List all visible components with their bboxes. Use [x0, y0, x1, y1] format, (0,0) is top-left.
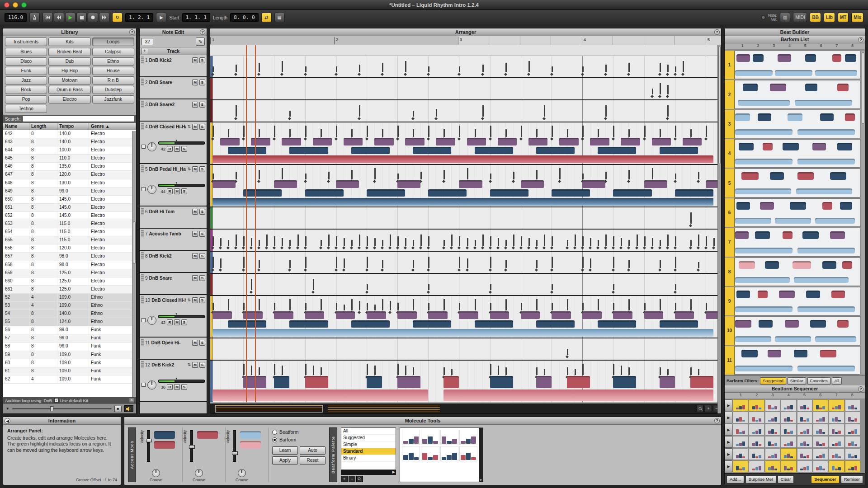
note-stem[interactable]: [359, 301, 360, 310]
note-stem[interactable]: [212, 303, 214, 310]
track-row-5[interactable]: 5DnB Pedal Hi_Hat⇅MS▼44RMS: [140, 164, 207, 206]
molecule-block[interactable]: [344, 138, 363, 145]
barform-block[interactable]: [783, 143, 799, 150]
barform-block[interactable]: [779, 291, 795, 298]
note-stem[interactable]: [413, 299, 414, 310]
arranger-track-lane-6[interactable]: [210, 207, 721, 230]
note-stem[interactable]: [552, 126, 553, 137]
velocity-slider[interactable]: ▼: [158, 380, 205, 383]
sequencer-cell[interactable]: [829, 436, 844, 448]
note-stem[interactable]: [367, 303, 368, 310]
palette-add-icon[interactable]: +: [341, 476, 348, 482]
molecule-block[interactable]: [467, 138, 486, 145]
note-stem[interactable]: [498, 238, 499, 246]
note-stem[interactable]: [544, 235, 545, 246]
note-stem[interactable]: [374, 305, 376, 310]
sequencer-cell[interactable]: [781, 448, 796, 460]
barform-block[interactable]: [735, 231, 749, 239]
note-stem[interactable]: [397, 364, 399, 375]
note-stem[interactable]: [297, 235, 299, 246]
back-arrow-icon[interactable]: ◀: [5, 418, 10, 424]
sequencer-cell[interactable]: [797, 399, 812, 411]
barform-block[interactable]: [842, 261, 852, 269]
table-row[interactable]: 6468135.0Electro: [3, 163, 136, 171]
sequencer-cell[interactable]: [829, 412, 844, 423]
note-stem[interactable]: [613, 126, 614, 137]
barform-block[interactable]: [788, 113, 802, 121]
sequencer-cell[interactable]: [845, 448, 860, 460]
solo-button[interactable]: S: [199, 253, 205, 259]
note-stem[interactable]: [282, 366, 283, 375]
note-stem[interactable]: [552, 284, 553, 290]
note-stem[interactable]: [305, 364, 307, 375]
note-stem[interactable]: [236, 65, 237, 72]
note-stem[interactable]: [289, 129, 291, 137]
note-stem[interactable]: [644, 126, 646, 137]
m-button[interactable]: M: [174, 384, 180, 390]
palette-item-standard[interactable]: Standard: [341, 448, 396, 455]
note-stem[interactable]: [451, 235, 453, 246]
note-stem[interactable]: [367, 236, 368, 246]
molecule-block[interactable]: [305, 189, 344, 197]
sequencer-cell[interactable]: [829, 460, 844, 472]
note-stem[interactable]: [428, 284, 429, 290]
note-stem[interactable]: [413, 111, 414, 117]
m-button[interactable]: M: [174, 319, 180, 325]
barform-block[interactable]: [736, 202, 750, 210]
note-stem[interactable]: [282, 168, 283, 179]
barform-block[interactable]: [758, 291, 768, 298]
note-stem[interactable]: [613, 236, 614, 246]
note-stem[interactable]: [359, 105, 360, 117]
sequencer-button[interactable]: Sequencer: [811, 475, 840, 483]
barform-row-7[interactable]: 7: [725, 228, 860, 256]
barform-block[interactable]: [812, 143, 826, 150]
sequencer-row-play-icon[interactable]: ▶: [725, 424, 732, 436]
genre-button-electro[interactable]: Electro: [48, 95, 90, 103]
molecule-block[interactable]: [459, 180, 482, 188]
note-stem[interactable]: [428, 66, 429, 72]
molecule-block[interactable]: [413, 147, 451, 155]
barform-block[interactable]: [735, 129, 793, 135]
table-row[interactable]: 618109.0Funk: [3, 367, 136, 375]
sequencer-cell[interactable]: [749, 399, 764, 411]
rewind-button[interactable]: [54, 13, 64, 22]
pan-knob[interactable]: [147, 142, 156, 151]
molecule-block[interactable]: [536, 147, 575, 155]
note-stem[interactable]: [367, 284, 368, 290]
molecule-block[interactable]: [590, 138, 609, 145]
reset-button[interactable]: Reset: [300, 456, 326, 465]
midi-button[interactable]: MIDI: [793, 13, 807, 22]
note-stem[interactable]: [567, 349, 568, 355]
note-stem[interactable]: [289, 299, 291, 310]
note-stem[interactable]: [521, 236, 522, 246]
molecule-block[interactable]: [397, 376, 420, 388]
barform-row-11[interactable]: 11: [725, 346, 860, 375]
tab-instruments[interactable]: Instruments: [5, 38, 47, 46]
note-stem[interactable]: [482, 65, 484, 72]
mute-button[interactable]: M: [192, 253, 198, 259]
collapse-track-icon[interactable]: ⇅: [187, 124, 191, 129]
table-row[interactable]: 534109.0Ethno: [3, 302, 136, 310]
note-stem[interactable]: [251, 238, 252, 246]
barform-block[interactable]: [768, 350, 781, 357]
note-stem[interactable]: [667, 369, 669, 375]
note-stem[interactable]: [582, 174, 584, 179]
note-stem[interactable]: [220, 258, 222, 268]
accent-block[interactable]: [154, 441, 175, 449]
pan-knob[interactable]: [147, 316, 156, 325]
sequencer-cell[interactable]: [845, 412, 860, 423]
sequencer-cell[interactable]: [749, 436, 764, 448]
barform-block[interactable]: [735, 113, 750, 121]
molecule-block[interactable]: [212, 198, 713, 206]
note-stem[interactable]: [428, 303, 429, 310]
sequencer-cell[interactable]: [733, 424, 748, 436]
molecule-block[interactable]: [443, 389, 713, 402]
barform-pattern[interactable]: [735, 110, 860, 138]
barform-block[interactable]: [735, 159, 793, 164]
note-stem[interactable]: [428, 126, 429, 137]
barform-pattern[interactable]: [735, 169, 860, 197]
molecule-block[interactable]: [397, 180, 420, 188]
molecule-block[interactable]: [212, 389, 428, 402]
note-stem[interactable]: [336, 66, 337, 72]
mute-button[interactable]: M: [192, 362, 198, 368]
